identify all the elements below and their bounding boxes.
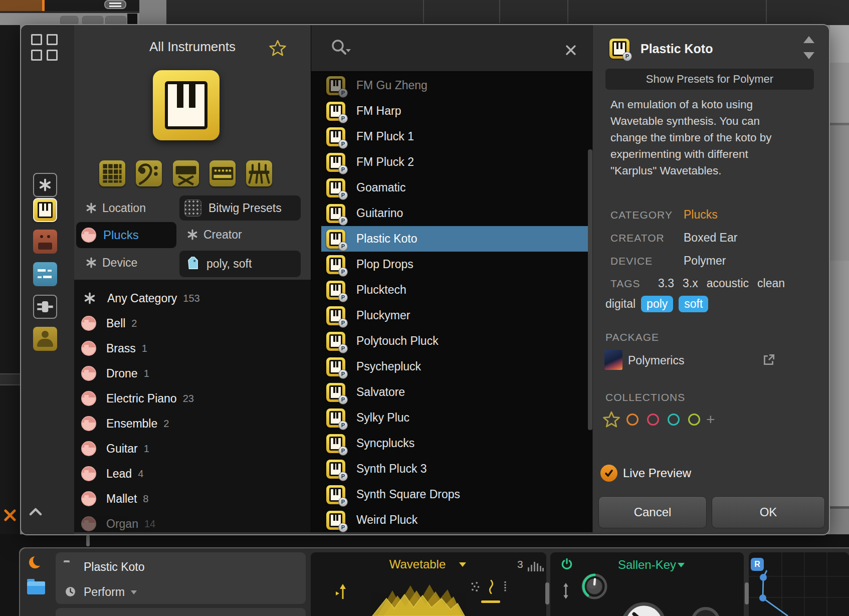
live-preview-checkbox[interactable] <box>600 465 617 482</box>
preset-row[interactable]: Syncplucks <box>311 431 592 456</box>
collapse-chevron-icon[interactable] <box>28 507 43 516</box>
synthesizer-icon[interactable] <box>209 160 236 186</box>
preset-row[interactable]: Goamatic <box>311 175 592 200</box>
preset-row[interactable]: FM Harp <box>311 98 592 124</box>
favorites-star-icon[interactable] <box>269 39 287 57</box>
percussion-table-icon[interactable] <box>246 160 272 186</box>
plugins-icon[interactable] <box>33 295 57 319</box>
package-name[interactable]: Polymerics <box>628 354 684 367</box>
preset-row[interactable]: FM Pluck 1 <box>311 124 592 149</box>
hamburger-menu-icon[interactable] <box>104 0 126 9</box>
instruments-tab-icon[interactable] <box>33 198 57 222</box>
category-row[interactable]: Brass1 <box>74 336 311 361</box>
chevron-down-icon[interactable] <box>678 563 685 567</box>
remote-controls-button[interactable]: R <box>751 558 764 571</box>
preset-row[interactable]: Weird Pluck <box>311 507 592 533</box>
preset-row[interactable]: Synth Square Drops <box>311 482 592 507</box>
add-collection-icon[interactable]: + <box>706 411 715 428</box>
scrollbar-thumb[interactable] <box>588 149 592 430</box>
preset-row[interactable]: FM Pluck 2 <box>311 149 592 175</box>
wavetable-waveform[interactable] <box>368 581 469 616</box>
preset-row[interactable]: Synth Pluck 3 <box>311 456 592 482</box>
drive-knob[interactable] <box>691 606 721 616</box>
device-divider-handle[interactable] <box>745 582 749 604</box>
modulators-icon[interactable] <box>33 262 57 286</box>
moon-icon[interactable] <box>29 556 42 569</box>
track-header-box2[interactable] <box>56 608 306 616</box>
preset-row[interactable]: Salvatore <box>311 379 592 405</box>
category-row[interactable]: Ensemble2 <box>74 411 311 436</box>
previous-preset-icon[interactable] <box>803 36 814 43</box>
creator-value[interactable]: Boxed Ear <box>684 231 737 245</box>
collection-red-icon[interactable] <box>647 414 659 426</box>
category-row[interactable]: Guitar1 <box>74 436 311 461</box>
track-header-box[interactable]: Plastic Koto Perform <box>56 552 306 604</box>
device-divider-handle[interactable] <box>545 582 549 604</box>
category-row[interactable]: Lead4 <box>74 461 311 486</box>
tag-chip-soft[interactable]: soft <box>679 296 708 312</box>
device-title[interactable]: Sallen-Key <box>550 558 744 572</box>
search-bar[interactable] <box>311 25 592 72</box>
retrigger-icon[interactable] <box>335 583 348 600</box>
tag[interactable]: digital <box>605 297 635 311</box>
key-tracking-icon[interactable] <box>561 582 570 599</box>
ok-button[interactable]: OK <box>712 496 825 528</box>
collection-orange-icon[interactable] <box>626 414 639 426</box>
tag[interactable]: acoustic <box>707 277 749 290</box>
category-row[interactable]: Organ14 <box>74 511 311 535</box>
collection-green-icon[interactable] <box>688 414 700 426</box>
category-value[interactable]: Plucks <box>684 208 718 222</box>
drum-machine-icon[interactable] <box>99 160 125 186</box>
preset-row-selected[interactable]: Plastic Koto <box>311 226 592 252</box>
grid-view-icon[interactable] <box>31 34 59 62</box>
category-row[interactable]: Mallet8 <box>74 486 311 511</box>
user-content-icon[interactable] <box>33 327 57 351</box>
preset-row[interactable]: Guitarino <box>311 200 592 226</box>
preset-row[interactable]: Plop Drops <box>311 252 592 277</box>
tag[interactable]: 3.3 <box>658 277 674 290</box>
preset-row[interactable]: FM Gu Zheng <box>311 73 592 98</box>
category-row[interactable]: Electric Piano23 <box>74 386 311 411</box>
collection-star-icon[interactable] <box>602 410 620 429</box>
mode-selector[interactable]: Perform <box>84 585 125 599</box>
filter-device[interactable]: Device <box>102 256 137 270</box>
device-title[interactable]: Wavetable <box>370 557 465 571</box>
filter-category-selected[interactable]: Plucks <box>76 222 176 248</box>
bass-clef-icon[interactable] <box>136 160 162 186</box>
show-presets-button[interactable]: Show Presets for Polymer <box>605 69 814 90</box>
preset-row[interactable]: Plucktech <box>311 277 592 303</box>
collection-teal-icon[interactable] <box>668 414 680 426</box>
resonance-knob[interactable] <box>580 571 608 602</box>
track-preset-name[interactable]: Plastic Koto <box>84 560 144 574</box>
tag-chip-poly[interactable]: poly <box>641 296 673 312</box>
filter-bitwig-presets[interactable]: Bitwig Presets <box>179 195 301 221</box>
chevron-down-icon[interactable] <box>131 590 137 594</box>
tag[interactable]: 3.x <box>683 277 698 290</box>
cancel-button[interactable]: Cancel <box>598 496 707 528</box>
cutoff-knob[interactable] <box>619 599 669 616</box>
unison-dots-icon[interactable] <box>470 581 481 592</box>
effects-pedal-icon[interactable] <box>33 230 57 254</box>
envelope-display[interactable] <box>749 552 849 616</box>
preset-row[interactable]: Sylky Pluc <box>311 405 592 431</box>
preset-row[interactable]: Psychepluck <box>311 354 592 379</box>
external-link-icon[interactable] <box>762 353 776 367</box>
filter-creator[interactable]: Creator <box>203 228 242 242</box>
glide-curve-icon[interactable] <box>487 579 495 594</box>
filter-location[interactable]: Location <box>102 201 146 215</box>
any-type-icon[interactable] <box>33 173 57 197</box>
close-icon[interactable] <box>3 508 17 522</box>
tag[interactable]: clean <box>757 277 785 290</box>
search-icon[interactable] <box>329 38 352 59</box>
clear-search-icon[interactable] <box>565 44 577 56</box>
preset-row[interactable]: Pluckymer <box>311 303 592 328</box>
chevron-down-icon[interactable] <box>459 562 466 567</box>
stage-piano-icon[interactable] <box>173 160 199 186</box>
browser-folder-icon[interactable] <box>27 581 45 594</box>
device-value[interactable]: Polymer <box>684 254 726 268</box>
preset-row[interactable]: Polytouch Pluck <box>311 328 592 354</box>
category-row[interactable]: Bell2 <box>74 311 311 336</box>
next-preset-icon[interactable] <box>803 52 814 59</box>
mono-line-icon[interactable] <box>503 580 507 593</box>
filter-tags-selected[interactable]: poly, soft <box>179 251 301 277</box>
